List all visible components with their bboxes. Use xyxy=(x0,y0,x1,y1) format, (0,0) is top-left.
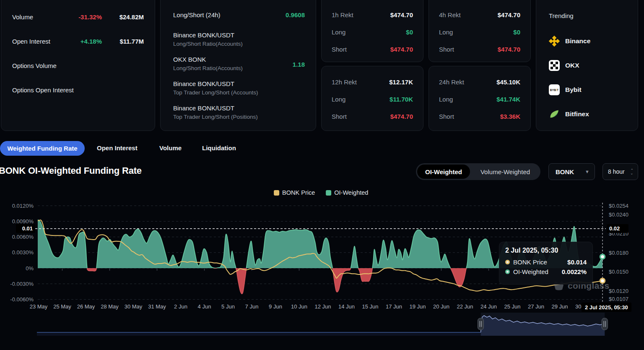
ls-subtitle: Long/Short Ratio(Accounts) xyxy=(173,41,305,47)
crosshair-left-badge: 0.01 xyxy=(16,224,35,233)
interval-select[interactable]: 8 hour ⌃⌃ xyxy=(602,163,638,180)
green-dot-icon xyxy=(505,269,510,274)
trending-exchange-name: OKX xyxy=(565,62,579,69)
x-axis-tick-label: 9 Jun xyxy=(269,303,282,310)
ls-row-okx-accounts[interactable]: OKX BONK Long/Short Ratio(Accounts) 1.18 xyxy=(173,56,305,71)
ls-title: Binance BONK/USDT xyxy=(173,31,305,39)
rekt-short-label: Short xyxy=(439,46,454,53)
tab-liquidation[interactable]: Liquidation xyxy=(202,144,236,151)
ls-row-binance-top-positions[interactable]: Binance BONK/USDT Top Trader Long/Short … xyxy=(173,104,305,120)
ls-title: Long/Short (24h) xyxy=(173,11,305,18)
rekt-title: 4h Rekt xyxy=(439,11,461,18)
right-axis-tick-label: $0.0107 xyxy=(609,296,628,302)
binance-icon xyxy=(549,36,560,47)
ls-row-binance-top-accounts[interactable]: Binance BONK/USDT Top Trader Long/Short … xyxy=(173,80,305,96)
x-axis-tick-label: 7 Jun xyxy=(245,303,259,310)
updown-arrows-icon: ⌃⌃ xyxy=(630,169,634,174)
right-axis-tick-label: $0.0150 xyxy=(609,269,628,275)
rekt-long-value: $0 xyxy=(513,29,520,36)
rekt-title: 12h Rekt xyxy=(332,78,357,86)
x-axis-tick-label: 5 Jun xyxy=(221,303,235,310)
tooltip-label: OI-Weighted xyxy=(513,268,558,275)
rekt-card-4h: 4h Rekt$474.70 Long$0 Short$474.70 xyxy=(428,0,531,62)
trending-item-okx[interactable]: OKX xyxy=(549,60,579,71)
x-axis-tick-label: 12 Jun xyxy=(314,303,331,310)
tab-volume[interactable]: Volume xyxy=(159,144,182,151)
tab-open-interest[interactable]: Open Interest xyxy=(97,144,138,151)
long-short-card: Long/Short (24h) 0.9608 Binance BONK/USD… xyxy=(160,0,316,131)
tab-label: Weighted Funding Rate xyxy=(7,145,77,152)
toggle-volume-weighted[interactable]: Volume-Weighted xyxy=(473,165,538,179)
trending-card: Trending Binance OKX BYBIT Bybit Bitfine… xyxy=(536,0,638,131)
x-axis-tick-label: 25 May xyxy=(53,303,71,310)
stat-label: Options Volume xyxy=(12,62,144,69)
stat-change: -31.32% xyxy=(57,13,102,21)
chart-tooltip: 2 Jul 2025, 05:30 BONK Price $0.014 OI-W… xyxy=(499,242,593,285)
rekt-card-24h: 24h Rekt$45.10K Long$41.74K Short$3.36K xyxy=(428,66,531,131)
ls-subtitle: Top Trader Long/Short (Positions) xyxy=(173,114,305,120)
x-axis-tick-label: 17 Jun xyxy=(386,303,402,310)
rekt-short-value: $474.70 xyxy=(390,46,413,53)
rekt-short-value: $474.70 xyxy=(390,113,413,120)
left-axis-tick-label: 0.0030% xyxy=(12,249,34,256)
bybit-icon: BYBIT xyxy=(549,84,560,95)
stat-label: Open Interest xyxy=(12,38,57,45)
rekt-short-label: Short xyxy=(332,46,347,53)
x-axis-tick-label: 2 Jun xyxy=(174,303,187,310)
x-axis-tick-label: 30 May xyxy=(125,303,143,310)
trending-item-bitfinex[interactable]: Bitfinex xyxy=(549,108,589,120)
crosshair-right-badge: 0.02 xyxy=(607,224,628,233)
rekt-long-value: $11.70K xyxy=(390,96,413,103)
rekt-title: 24h Rekt xyxy=(439,78,464,86)
stat-value: $11.77M xyxy=(102,38,144,45)
x-axis-tick-label: 22 Jun xyxy=(457,303,473,310)
trending-item-binance[interactable]: Binance xyxy=(549,35,590,47)
stat-row-options-open-interest[interactable]: Options Open Interest xyxy=(12,85,144,94)
bitfinex-icon xyxy=(549,109,560,120)
rekt-title: 1h Rekt xyxy=(332,11,353,18)
navigator-baseline-fill xyxy=(37,333,480,336)
right-axis-tick-label: $0.0240 xyxy=(609,212,628,218)
rekt-total: $474.70 xyxy=(498,11,520,18)
stat-row-open-interest[interactable]: Open Interest +4.18% $11.77M xyxy=(12,37,144,46)
tooltip-date: 2 Jul 2025, 05:30 xyxy=(505,247,587,254)
x-axis-tick-label: 28 May xyxy=(101,303,119,310)
trending-item-bybit[interactable]: BYBIT Bybit xyxy=(549,84,582,96)
tooltip-label: BONK Price xyxy=(513,259,564,266)
ls-value: 1.18 xyxy=(293,61,305,68)
symbol-select[interactable]: BONK ▼ xyxy=(548,163,595,180)
x-axis-tick-label: 26 May xyxy=(77,303,95,310)
interval-select-value: 8 hour xyxy=(608,168,630,175)
navigator-handle-right[interactable] xyxy=(602,318,608,330)
x-axis-tick-label: 29 Jun xyxy=(551,303,568,310)
ls-row-binance-accounts[interactable]: Binance BONK/USDT Long/Short Ratio(Accou… xyxy=(173,31,305,47)
toggle-oi-weighted[interactable]: OI-Weighted xyxy=(417,165,470,179)
rekt-total: $45.10K xyxy=(496,78,520,86)
x-axis-tick-label: 14 Jun xyxy=(338,303,355,310)
ls-title: Binance BONK/USDT xyxy=(173,104,305,112)
crosshair-date-badge: 2 Jul 2025, 05:30 xyxy=(582,303,631,312)
rekt-total: $474.70 xyxy=(390,11,413,18)
rekt-short-value: $3.36K xyxy=(500,113,520,120)
ls-subtitle: Long/Short Ratio(Accounts) xyxy=(173,65,305,71)
stat-label: Volume xyxy=(12,13,57,21)
rekt-short-value: $474.70 xyxy=(498,46,520,53)
tab-weighted-funding-rate[interactable]: Weighted Funding Rate xyxy=(0,141,85,156)
rekt-total: $12.17K xyxy=(389,78,413,86)
rekt-long-label: Long xyxy=(332,29,345,36)
stat-row-options-volume[interactable]: Options Volume xyxy=(12,61,144,70)
stat-row-volume[interactable]: Volume -31.32% $24.82M xyxy=(12,12,144,21)
trending-exchange-name: Bybit xyxy=(565,86,582,94)
left-axis-tick-label: 0.0060% xyxy=(12,234,34,240)
left-axis-tick-label: 0% xyxy=(26,265,34,272)
rekt-card-1h: 1h Rekt$474.70 Long$0 Short$474.70 xyxy=(321,0,423,62)
ls-value: 0.9608 xyxy=(286,11,305,18)
rekt-long-label: Long xyxy=(332,96,345,103)
left-axis-tick-label: 0.0120% xyxy=(12,203,34,209)
navigator-handle-left[interactable] xyxy=(478,318,483,330)
rekt-long-label: Long xyxy=(439,29,453,36)
tooltip-row-price: BONK Price $0.014 xyxy=(505,259,587,266)
ls-row-24h[interactable]: Long/Short (24h) 0.9608 xyxy=(173,11,305,18)
coinglass-dashboard: Volume -31.32% $24.82M Open Interest +4.… xyxy=(0,0,644,350)
x-axis-tick-label: 4 Jun xyxy=(198,303,211,310)
